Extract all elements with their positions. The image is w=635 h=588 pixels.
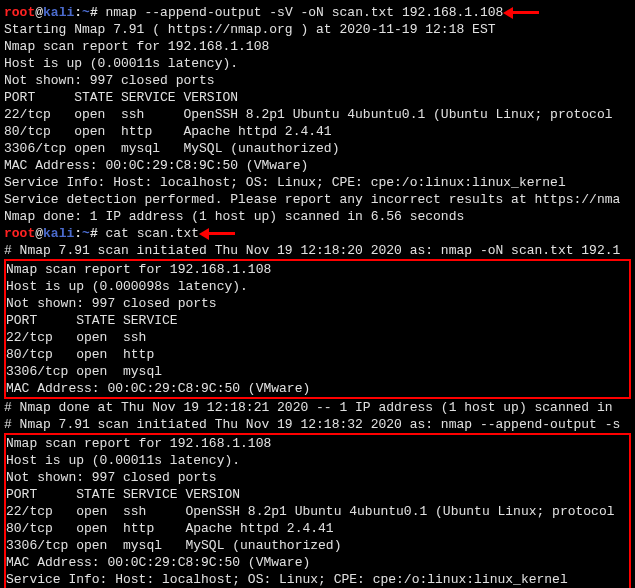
file-comment: # Nmap done at Thu Nov 19 12:18:21 2020 … [4, 399, 631, 416]
output-text: 3306/tcp open mysql MySQL (unauthorized) [4, 140, 631, 157]
prompt-host: kali [43, 226, 74, 241]
output-text: Service Info: Host: localhost; OS: Linux… [4, 174, 631, 191]
prompt-user: root [4, 5, 35, 20]
file-text: 3306/tcp open mysql [6, 363, 627, 380]
output-text: 22/tcp open ssh OpenSSH 8.2p1 Ubuntu 4ub… [4, 106, 631, 123]
file-text: Nmap scan report for 192.168.1.108 [6, 435, 627, 452]
output-text: Service detection performed. Please repo… [4, 191, 631, 208]
file-comment: # Nmap 7.91 scan initiated Thu Nov 19 12… [4, 242, 631, 259]
output-text: Host is up (0.00011s latency). [4, 55, 631, 72]
prompt-at: @ [35, 226, 43, 241]
output-text: Not shown: 997 closed ports [4, 72, 631, 89]
prompt-hash: # [90, 5, 106, 20]
highlight-box-first-scan: Nmap scan report for 192.168.1.108 Host … [4, 259, 631, 399]
annotation-arrow-icon [511, 4, 539, 21]
prompt-path: ~ [82, 226, 90, 241]
file-text: 3306/tcp open mysql MySQL (unauthorized) [6, 537, 627, 554]
output-text: PORT STATE SERVICE VERSION [4, 89, 631, 106]
file-text: Host is up (0.00011s latency). [6, 452, 627, 469]
command-nmap: nmap --append-output -sV -oN scan.txt 19… [105, 5, 503, 20]
file-text: MAC Address: 00:0C:29:C8:9C:50 (VMware) [6, 554, 627, 571]
highlight-box-second-scan: Nmap scan report for 192.168.1.108 Host … [4, 433, 631, 588]
output-text: Nmap scan report for 192.168.1.108 [4, 38, 631, 55]
command-cat: cat scan.txt [105, 226, 199, 241]
file-text: 80/tcp open http [6, 346, 627, 363]
file-text: 22/tcp open ssh OpenSSH 8.2p1 Ubuntu 4ub… [6, 503, 627, 520]
file-comment: # Nmap 7.91 scan initiated Thu Nov 19 12… [4, 416, 631, 433]
file-text: Not shown: 997 closed ports [6, 469, 627, 486]
file-text: MAC Address: 00:0C:29:C8:9C:50 (VMware) [6, 380, 627, 397]
prompt-hash: # [90, 226, 106, 241]
output-text: MAC Address: 00:0C:29:C8:9C:50 (VMware) [4, 157, 631, 174]
output-text: Starting Nmap 7.91 ( https://nmap.org ) … [4, 21, 631, 38]
file-text: 80/tcp open http Apache httpd 2.4.41 [6, 520, 627, 537]
prompt-path: ~ [82, 5, 90, 20]
file-text: Nmap scan report for 192.168.1.108 [6, 261, 627, 278]
annotation-arrow-icon [207, 225, 235, 242]
prompt-user: root [4, 226, 35, 241]
output-text: 80/tcp open http Apache httpd 2.4.41 [4, 123, 631, 140]
prompt-line-1[interactable]: root@kali:~# nmap --append-output -sV -o… [4, 4, 631, 21]
prompt-host: kali [43, 5, 74, 20]
prompt-at: @ [35, 5, 43, 20]
file-text: Host is up (0.000098s latency). [6, 278, 627, 295]
output-text: Nmap done: 1 IP address (1 host up) scan… [4, 208, 631, 225]
file-text: PORT STATE SERVICE VERSION [6, 486, 627, 503]
file-text: Service Info: Host: localhost; OS: Linux… [6, 571, 627, 588]
prompt-line-2[interactable]: root@kali:~# cat scan.txt [4, 225, 631, 242]
file-text: PORT STATE SERVICE [6, 312, 627, 329]
file-text: Not shown: 997 closed ports [6, 295, 627, 312]
file-text: 22/tcp open ssh [6, 329, 627, 346]
prompt-colon: : [74, 5, 82, 20]
prompt-colon: : [74, 226, 82, 241]
